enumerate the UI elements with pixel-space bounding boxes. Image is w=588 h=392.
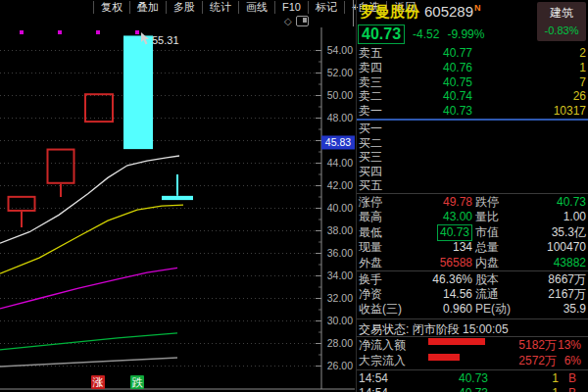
axis-label: 34.00 bbox=[327, 270, 353, 281]
flow-value: 2572万 bbox=[518, 354, 557, 369]
sell-row-卖四[interactable]: 卖四40.761 bbox=[357, 61, 588, 75]
stat-label: 内盘 bbox=[475, 256, 499, 270]
toolbar-item-1[interactable]: 复权 bbox=[93, 1, 129, 14]
flow-bar bbox=[428, 354, 460, 361]
tick-price: 40.73 bbox=[459, 386, 488, 392]
order-volume: 2 bbox=[579, 46, 586, 61]
tick-row[interactable]: 14:5440.731B bbox=[357, 386, 588, 392]
order-price: 40.74 bbox=[443, 89, 472, 104]
candle-down bbox=[123, 35, 153, 149]
sell-row-卖一[interactable]: 卖一40.7310317 bbox=[357, 104, 588, 119]
stats-row: 收益(三)0.960PE(动)35.9 bbox=[357, 302, 588, 317]
stat-value: 100470 bbox=[547, 240, 586, 255]
stat-value: 43.00 bbox=[443, 210, 472, 224]
legend-up-badge[interactable]: 涨 bbox=[91, 375, 105, 389]
stats-block-1: 涨停49.78跌停40.73最高43.00量比1.00最低40.73市值35.3… bbox=[357, 195, 588, 270]
order-price: 40.77 bbox=[443, 46, 472, 61]
order-price: 40.75 bbox=[443, 75, 472, 90]
buy-row-买三[interactable]: 买三 bbox=[357, 150, 588, 165]
flow-value: 5182万 bbox=[518, 338, 557, 354]
tick-volume: 1 bbox=[552, 386, 559, 392]
kline-chart[interactable]: 54.0052.0050.0048.0046.0044.0042.0040.00… bbox=[0, 27, 355, 392]
stat-label: 外盘 bbox=[359, 256, 382, 270]
stat-value: 14.56 bbox=[443, 287, 472, 302]
candle-up bbox=[85, 94, 113, 122]
sell-row-卖五[interactable]: 卖五40.772 bbox=[357, 46, 588, 61]
stat-value: 43882 bbox=[554, 256, 586, 270]
order-level-label: 买三 bbox=[359, 150, 382, 165]
stat-label: 股本 bbox=[475, 272, 499, 287]
tick-trade-list[interactable]: 14:5440.731B14:5440.731B bbox=[357, 371, 588, 392]
quote-row: 40.73 -4.52 -9.99% bbox=[357, 24, 588, 44]
orderbook-divider bbox=[357, 119, 588, 121]
order-price: 40.73 bbox=[443, 104, 472, 119]
stat-label: 最高 bbox=[359, 210, 382, 224]
toolbar-item-2[interactable]: 叠加 bbox=[129, 1, 166, 14]
ma-yellow bbox=[0, 205, 183, 273]
tick-time: 14:54 bbox=[359, 371, 388, 386]
card-icon[interactable] bbox=[296, 16, 309, 26]
flow-pct: 6% bbox=[564, 354, 581, 369]
tick-volume: 1 bbox=[552, 371, 559, 386]
buy-order-rows: 买一买二买三买四买五 bbox=[357, 122, 588, 193]
price-change: -4.52 bbox=[413, 27, 439, 41]
order-level-label: 买二 bbox=[359, 136, 382, 151]
buy-row-买五[interactable]: 买五 bbox=[357, 178, 588, 193]
stats-row: 净资14.56流通2167万 bbox=[357, 287, 588, 302]
order-level-label: 买四 bbox=[359, 165, 382, 179]
stat-label: 总量 bbox=[475, 240, 499, 255]
axis-label: 44.00 bbox=[327, 157, 353, 169]
stats-row: 最低40.73市值35.3亿 bbox=[357, 225, 588, 240]
stats-block-2: 换手46.36%股本8667万净资14.56流通2167万收益(三)0.960P… bbox=[357, 272, 588, 318]
stat-value: 46.36% bbox=[432, 272, 472, 287]
chart-tool-icons: ◇ bbox=[284, 16, 309, 26]
stat-label: 市值 bbox=[475, 225, 499, 240]
order-level-label: 卖五 bbox=[359, 46, 382, 61]
last-price: 40.73 bbox=[358, 24, 405, 44]
toolbar-item-5[interactable]: 画线 bbox=[238, 1, 274, 14]
order-volume: 1 bbox=[579, 61, 586, 75]
tick-time: 14:54 bbox=[359, 386, 388, 392]
stat-value: 0.960 bbox=[443, 302, 472, 317]
stat-value: 35.9 bbox=[564, 302, 586, 317]
stat-label: 收益(三) bbox=[359, 302, 402, 317]
trading-app-window: 复权叠加多股统计画线F10标记+自选返回 ◇ 罗曼股份605289N 建筑 -0… bbox=[0, 0, 588, 392]
sell-order-rows: 卖五40.772卖四40.761卖三40.757卖二40.7426卖一40.73… bbox=[357, 46, 588, 119]
axis-label: 52.00 bbox=[327, 67, 353, 78]
sell-row-卖三[interactable]: 卖三40.757 bbox=[357, 75, 588, 90]
stat-label: 净资 bbox=[359, 287, 382, 302]
toolbar-item-7[interactable]: 标记 bbox=[308, 1, 344, 14]
stat-label: 量比 bbox=[475, 210, 499, 224]
sell-row-卖二[interactable]: 卖二40.7426 bbox=[357, 89, 588, 104]
stock-code: 605289 bbox=[424, 3, 473, 20]
stat-label: 跌停 bbox=[475, 195, 499, 210]
legend-down-badge[interactable]: 跌 bbox=[130, 375, 144, 389]
stat-value: 1.00 bbox=[564, 210, 586, 224]
axis-label: 48.00 bbox=[327, 112, 353, 123]
axis-label: 54.00 bbox=[327, 44, 353, 56]
axis-label: 50.00 bbox=[327, 89, 353, 101]
event-dot bbox=[58, 30, 62, 34]
stat-value: 49.78 bbox=[443, 195, 472, 210]
order-level-label: 卖四 bbox=[359, 61, 382, 75]
buy-row-买一[interactable]: 买一 bbox=[357, 122, 588, 136]
event-dot bbox=[96, 30, 100, 34]
toolbar-item-6[interactable]: F10 bbox=[274, 1, 308, 14]
order-volume: 10317 bbox=[554, 104, 586, 119]
stock-header: 罗曼股份605289N bbox=[361, 3, 481, 22]
ma-gray bbox=[0, 358, 177, 367]
toolbar-item-3[interactable]: 多股 bbox=[166, 1, 202, 14]
order-level-label: 买一 bbox=[359, 122, 382, 136]
stat-label: 涨停 bbox=[359, 195, 382, 210]
diamond-icon[interactable]: ◇ bbox=[284, 17, 292, 26]
price-change-pct: -9.99% bbox=[447, 27, 484, 41]
tick-price: 40.73 bbox=[459, 371, 488, 386]
tick-row[interactable]: 14:5440.731B bbox=[357, 371, 588, 386]
stat-value: 40.73 bbox=[437, 224, 472, 241]
separator bbox=[357, 369, 588, 370]
toolbar-item-4[interactable]: 统计 bbox=[202, 1, 238, 14]
order-level-label: 卖三 bbox=[359, 75, 382, 90]
stats-row: 外盘56588内盘43882 bbox=[357, 256, 588, 270]
buy-row-买四[interactable]: 买四 bbox=[357, 165, 588, 179]
buy-row-买二[interactable]: 买二 bbox=[357, 136, 588, 151]
